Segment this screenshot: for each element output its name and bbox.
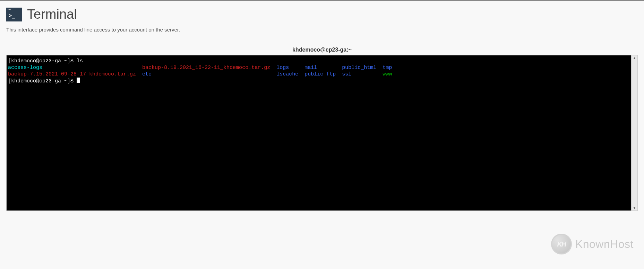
ls-entry: ssl xyxy=(342,71,351,77)
cursor xyxy=(77,78,80,83)
prompt: [khdemoco@cp23-ga ~]$ xyxy=(8,58,77,64)
scroll-up-icon[interactable]: ▲ xyxy=(633,55,636,61)
terminal-scrollbar[interactable]: ▲ ▼ xyxy=(631,55,637,210)
session-label: khdemoco@cp23-ga:~ xyxy=(0,45,644,55)
watermark-text: KnownHost xyxy=(575,238,634,251)
terminal-icon: >_ xyxy=(6,8,22,21)
prompt: [khdemoco@cp23-ga ~]$ xyxy=(8,78,77,84)
ls-entry: lscache xyxy=(276,71,298,77)
terminal-output[interactable]: [khdemoco@cp23-ga ~]$ ls access-logs bac… xyxy=(7,55,631,210)
ls-entry: etc xyxy=(142,71,152,77)
ls-entry: public_html xyxy=(342,65,376,71)
page-title: Terminal xyxy=(27,7,77,22)
watermark: KH KnownHost xyxy=(551,234,634,254)
ls-entry: access-logs xyxy=(8,65,42,71)
terminal-container: [khdemoco@cp23-ga ~]$ ls access-logs bac… xyxy=(6,55,638,211)
scroll-down-icon[interactable]: ▼ xyxy=(633,205,636,210)
terminal-icon-glyph: >_ xyxy=(9,12,15,19)
watermark-badge-icon: KH xyxy=(551,234,572,254)
command-text: ls xyxy=(77,58,83,64)
ls-entry: tmp xyxy=(383,65,392,71)
ls-entry: www xyxy=(383,71,392,77)
ls-entry: backup-7.15.2021_09-28-17_khdemoco.tar.g… xyxy=(8,71,136,77)
ls-entry: backup-8.19.2021_16-22-11_khdemoco.tar.g… xyxy=(142,65,270,71)
page-header: >_ Terminal xyxy=(0,1,644,27)
ls-entry: public_ftp xyxy=(304,71,336,77)
ls-entry: mail xyxy=(304,65,317,71)
page-description: This interface provides command line acc… xyxy=(0,27,644,39)
ls-entry: logs xyxy=(276,65,289,71)
